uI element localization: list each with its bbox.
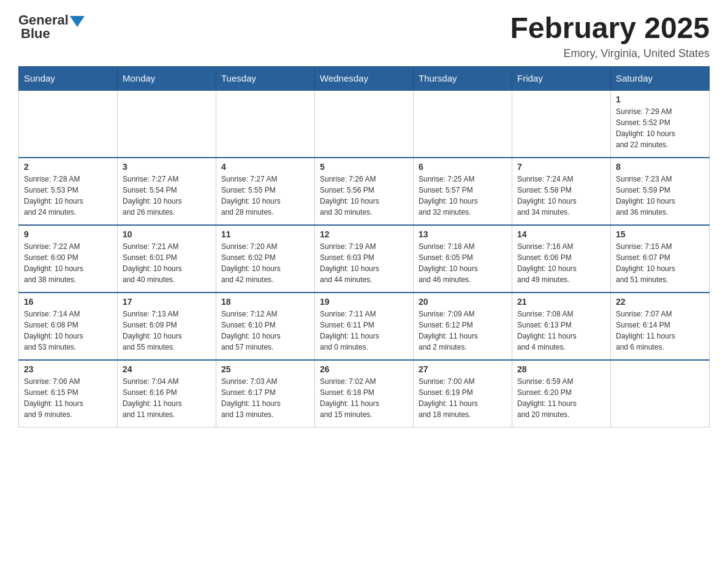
day-number: 17: [123, 297, 211, 307]
calendar-header-tuesday: Tuesday: [216, 66, 315, 90]
day-number: 25: [221, 364, 309, 374]
day-number: 9: [24, 229, 112, 239]
day-info: Sunrise: 7:03 AMSunset: 6:17 PMDaylight:…: [221, 376, 309, 420]
day-number: 5: [320, 162, 408, 172]
day-info: Sunrise: 7:18 AMSunset: 6:05 PMDaylight:…: [419, 241, 507, 285]
day-number: 2: [24, 162, 112, 172]
day-info: Sunrise: 6:59 AMSunset: 6:20 PMDaylight:…: [517, 376, 605, 420]
calendar-cell: 11Sunrise: 7:20 AMSunset: 6:02 PMDayligh…: [216, 225, 315, 293]
calendar-cell: 15Sunrise: 7:15 AMSunset: 6:07 PMDayligh…: [611, 225, 710, 293]
page-subtitle: Emory, Virginia, United States: [510, 47, 710, 60]
day-info: Sunrise: 7:14 AMSunset: 6:08 PMDaylight:…: [24, 308, 112, 353]
day-number: 12: [320, 229, 408, 239]
calendar-cell: [118, 90, 216, 158]
calendar-week-row: 16Sunrise: 7:14 AMSunset: 6:08 PMDayligh…: [19, 293, 710, 360]
calendar-cell: 25Sunrise: 7:03 AMSunset: 6:17 PMDayligh…: [216, 360, 315, 427]
day-number: 21: [517, 297, 605, 307]
day-number: 23: [24, 364, 112, 374]
day-info: Sunrise: 7:06 AMSunset: 6:15 PMDaylight:…: [24, 376, 112, 420]
calendar-cell: 28Sunrise: 6:59 AMSunset: 6:20 PMDayligh…: [512, 360, 611, 427]
calendar-cell: 23Sunrise: 7:06 AMSunset: 6:15 PMDayligh…: [19, 360, 118, 427]
calendar-cell: 9Sunrise: 7:22 AMSunset: 6:00 PMDaylight…: [19, 225, 118, 293]
day-number: 3: [123, 162, 211, 172]
calendar-table: SundayMondayTuesdayWednesdayThursdayFrid…: [18, 66, 710, 428]
logo-blue-text: Blue: [21, 26, 50, 42]
calendar-cell: 3Sunrise: 7:27 AMSunset: 5:54 PMDaylight…: [118, 158, 216, 225]
calendar-cell: 16Sunrise: 7:14 AMSunset: 6:08 PMDayligh…: [19, 293, 118, 360]
day-number: 7: [517, 162, 605, 172]
calendar-cell: [216, 90, 315, 158]
day-info: Sunrise: 7:29 AMSunset: 5:52 PMDaylight:…: [616, 106, 704, 150]
day-number: 13: [419, 229, 507, 239]
calendar-cell: 5Sunrise: 7:26 AMSunset: 5:56 PMDaylight…: [315, 158, 414, 225]
day-number: 27: [419, 364, 507, 374]
calendar-week-row: 9Sunrise: 7:22 AMSunset: 6:00 PMDaylight…: [19, 225, 710, 293]
day-info: Sunrise: 7:12 AMSunset: 6:10 PMDaylight:…: [221, 308, 309, 353]
day-info: Sunrise: 7:27 AMSunset: 5:55 PMDaylight:…: [221, 174, 309, 218]
day-info: Sunrise: 7:15 AMSunset: 6:07 PMDaylight:…: [616, 241, 704, 285]
day-number: 11: [221, 229, 309, 239]
day-info: Sunrise: 7:04 AMSunset: 6:16 PMDaylight:…: [123, 376, 211, 420]
calendar-cell: 2Sunrise: 7:28 AMSunset: 5:53 PMDaylight…: [19, 158, 118, 225]
calendar-cell: 14Sunrise: 7:16 AMSunset: 6:06 PMDayligh…: [512, 225, 611, 293]
day-info: Sunrise: 7:21 AMSunset: 6:01 PMDaylight:…: [123, 241, 211, 285]
calendar-cell: 27Sunrise: 7:00 AMSunset: 6:19 PMDayligh…: [414, 360, 512, 427]
day-number: 10: [123, 229, 211, 239]
calendar-week-row: 23Sunrise: 7:06 AMSunset: 6:15 PMDayligh…: [19, 360, 710, 427]
day-info: Sunrise: 7:09 AMSunset: 6:12 PMDaylight:…: [419, 308, 507, 353]
calendar-cell: 19Sunrise: 7:11 AMSunset: 6:11 PMDayligh…: [315, 293, 414, 360]
calendar-cell: 10Sunrise: 7:21 AMSunset: 6:01 PMDayligh…: [118, 225, 216, 293]
calendar-cell: 12Sunrise: 7:19 AMSunset: 6:03 PMDayligh…: [315, 225, 414, 293]
calendar-cell: 1Sunrise: 7:29 AMSunset: 5:52 PMDaylight…: [611, 90, 710, 158]
day-info: Sunrise: 7:13 AMSunset: 6:09 PMDaylight:…: [123, 308, 211, 353]
calendar-cell: 17Sunrise: 7:13 AMSunset: 6:09 PMDayligh…: [118, 293, 216, 360]
day-number: 4: [221, 162, 309, 172]
day-number: 15: [616, 229, 704, 239]
calendar-cell: [611, 360, 710, 427]
day-number: 18: [221, 297, 309, 307]
calendar-cell: 4Sunrise: 7:27 AMSunset: 5:55 PMDaylight…: [216, 158, 315, 225]
day-info: Sunrise: 7:22 AMSunset: 6:00 PMDaylight:…: [24, 241, 112, 285]
day-number: 8: [616, 162, 704, 172]
day-number: 28: [517, 364, 605, 374]
calendar-header-row: SundayMondayTuesdayWednesdayThursdayFrid…: [19, 66, 710, 90]
day-info: Sunrise: 7:00 AMSunset: 6:19 PMDaylight:…: [419, 376, 507, 420]
day-number: 24: [123, 364, 211, 374]
calendar-cell: 22Sunrise: 7:07 AMSunset: 6:14 PMDayligh…: [611, 293, 710, 360]
title-block: February 2025 Emory, Virginia, United St…: [510, 12, 710, 60]
calendar-cell: 13Sunrise: 7:18 AMSunset: 6:05 PMDayligh…: [414, 225, 512, 293]
day-number: 22: [616, 297, 704, 307]
day-info: Sunrise: 7:08 AMSunset: 6:13 PMDaylight:…: [517, 308, 605, 353]
day-info: Sunrise: 7:26 AMSunset: 5:56 PMDaylight:…: [320, 174, 408, 218]
page-header: General Blue February 2025 Emory, Virgin…: [18, 12, 710, 60]
day-number: 14: [517, 229, 605, 239]
calendar-week-row: 1Sunrise: 7:29 AMSunset: 5:52 PMDaylight…: [19, 90, 710, 158]
calendar-cell: 18Sunrise: 7:12 AMSunset: 6:10 PMDayligh…: [216, 293, 315, 360]
calendar-cell: [19, 90, 118, 158]
calendar-cell: [414, 90, 512, 158]
day-number: 1: [616, 94, 704, 104]
day-number: 19: [320, 297, 408, 307]
calendar-cell: 21Sunrise: 7:08 AMSunset: 6:13 PMDayligh…: [512, 293, 611, 360]
day-info: Sunrise: 7:23 AMSunset: 5:59 PMDaylight:…: [616, 174, 704, 218]
day-info: Sunrise: 7:28 AMSunset: 5:53 PMDaylight:…: [24, 174, 112, 218]
calendar-header-sunday: Sunday: [19, 66, 118, 90]
page-title: February 2025: [510, 12, 710, 45]
calendar-header-monday: Monday: [118, 66, 216, 90]
calendar-header-friday: Friday: [512, 66, 611, 90]
day-info: Sunrise: 7:11 AMSunset: 6:11 PMDaylight:…: [320, 308, 408, 353]
day-info: Sunrise: 7:19 AMSunset: 6:03 PMDaylight:…: [320, 241, 408, 285]
day-number: 6: [419, 162, 507, 172]
calendar-week-row: 2Sunrise: 7:28 AMSunset: 5:53 PMDaylight…: [19, 158, 710, 225]
day-number: 16: [24, 297, 112, 307]
day-info: Sunrise: 7:16 AMSunset: 6:06 PMDaylight:…: [517, 241, 605, 285]
day-info: Sunrise: 7:20 AMSunset: 6:02 PMDaylight:…: [221, 241, 309, 285]
calendar-cell: 6Sunrise: 7:25 AMSunset: 5:57 PMDaylight…: [414, 158, 512, 225]
calendar-cell: 7Sunrise: 7:24 AMSunset: 5:58 PMDaylight…: [512, 158, 611, 225]
calendar-cell: 24Sunrise: 7:04 AMSunset: 6:16 PMDayligh…: [118, 360, 216, 427]
day-info: Sunrise: 7:25 AMSunset: 5:57 PMDaylight:…: [419, 174, 507, 218]
calendar-cell: 26Sunrise: 7:02 AMSunset: 6:18 PMDayligh…: [315, 360, 414, 427]
calendar-cell: 8Sunrise: 7:23 AMSunset: 5:59 PMDaylight…: [611, 158, 710, 225]
calendar-header-saturday: Saturday: [611, 66, 710, 90]
day-info: Sunrise: 7:07 AMSunset: 6:14 PMDaylight:…: [616, 308, 704, 353]
